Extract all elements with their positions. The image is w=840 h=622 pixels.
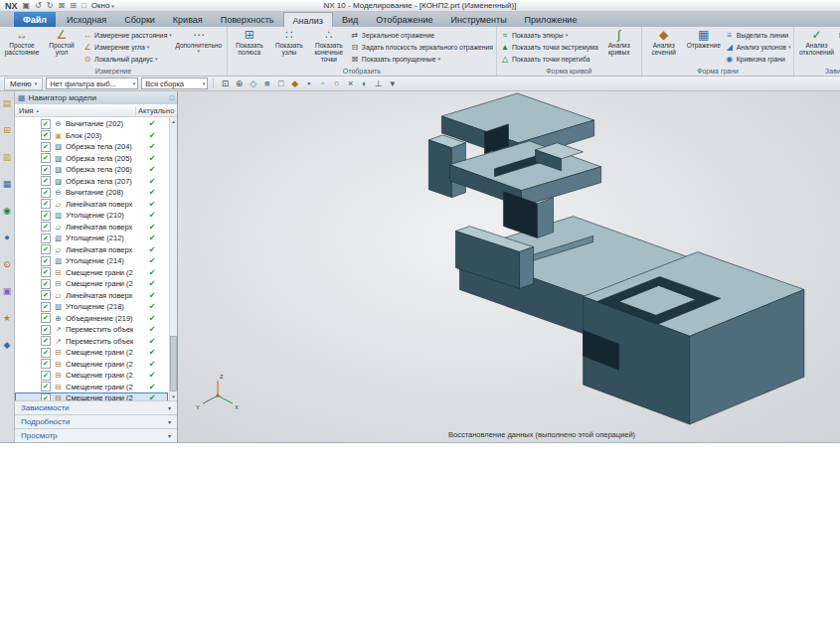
tree-item[interactable]: ✔↗Переместить объект...✔ [15, 336, 168, 348]
checkbox-checked-icon[interactable]: ✔ [41, 233, 51, 243]
section-preview[interactable]: Просмотр▾ [15, 428, 177, 442]
tree-item[interactable]: ✔▱Линейчатая поверх...✔ [15, 199, 168, 211]
process-studio-icon[interactable]: ▣ [3, 287, 12, 296]
undo-icon[interactable]: ↺ [35, 1, 42, 10]
local-radius-button[interactable]: ⊙Локальный радиус▾ [83, 53, 172, 65]
scroll-up-icon[interactable]: ▴ [172, 117, 175, 125]
tab-home[interactable]: Исходная [58, 12, 115, 27]
snap-midpoint-icon[interactable]: ◦ [316, 78, 329, 90]
tree-item[interactable]: ✔▱Линейчатая поверх...✔ [15, 244, 168, 256]
graphics-viewport[interactable]: Z X Y Восстановление данных (выполнено э… [178, 91, 840, 442]
fit-view-icon[interactable]: ⊡ [219, 78, 232, 90]
checkbox-checked-icon[interactable]: ✔ [41, 279, 51, 289]
section-analysis-button[interactable]: ◆Анализ сечений [645, 28, 683, 66]
checkbox-checked-icon[interactable]: ✔ [41, 313, 51, 323]
show-extremum-button[interactable]: ▲Показать точки экстремума [500, 41, 598, 53]
checkbox-checked-icon[interactable]: ✔ [41, 165, 51, 175]
part-navigator-icon[interactable]: ▥ [3, 153, 12, 162]
tree-item[interactable]: ✔⊟Смещение грани (225)✔ [15, 382, 168, 393]
shaded-mode-icon[interactable]: ■ [260, 78, 273, 90]
highlight-lines-button[interactable]: ≡Выделить линии [725, 29, 791, 41]
snap-center-icon[interactable]: ○ [330, 78, 343, 90]
checkbox-checked-icon[interactable]: ✔ [41, 119, 51, 129]
redo-icon[interactable]: ↻ [47, 1, 54, 10]
tree-item[interactable]: ✔▨Обрезка тела (207)✔ [15, 176, 168, 188]
checkbox-checked-icon[interactable]: ✔ [41, 382, 51, 391]
zoom-icon[interactable]: ⊕ [233, 78, 246, 90]
tab-assemblies[interactable]: Сборки [115, 12, 164, 27]
tree-item[interactable]: ✔↗Переместить объект...✔ [15, 324, 168, 336]
tree-item[interactable]: ✔⊟Смещение грани (223)✔ [15, 359, 168, 371]
column-header-status[interactable]: Актуально [135, 106, 177, 115]
checkbox-checked-icon[interactable]: ✔ [41, 393, 51, 400]
simple-distance-button[interactable]: ↔Простое расстояние [3, 28, 41, 66]
column-header-name[interactable]: Имя ▴ [15, 106, 135, 115]
checkbox-checked-icon[interactable]: ✔ [41, 325, 51, 335]
tree-item[interactable]: ✔▨Обрезка тела (205)✔ [15, 153, 168, 165]
paste-icon[interactable]: □ [82, 1, 86, 10]
tree-item[interactable]: ✔⊟Смещение грани (215)✔ [15, 267, 168, 279]
scroll-down-icon[interactable]: ▾ [172, 392, 175, 400]
section-dependencies[interactable]: Зависимости▾ [15, 400, 177, 414]
tree-item[interactable]: ✔⊕Объединение (219)✔ [15, 313, 168, 325]
checkbox-checked-icon[interactable]: ✔ [41, 222, 51, 232]
tree-item[interactable]: ✔⊟Смещение грани (226)✔ [15, 392, 168, 400]
checkbox-checked-icon[interactable]: ✔ [41, 188, 51, 198]
face-curvature-button[interactable]: ◉Кривизна грани [725, 53, 791, 65]
tree-item[interactable]: ✔⊖Вычитание (208)✔ [15, 187, 168, 199]
checkbox-checked-icon[interactable]: ✔ [41, 256, 51, 266]
save-icon[interactable]: ▣ [23, 1, 31, 10]
tab-surface[interactable]: Поверхность [212, 12, 283, 27]
tree-item[interactable]: ✔▨Обрезка тела (204)✔ [15, 141, 168, 153]
tab-analysis[interactable]: Анализ [283, 12, 333, 27]
checkbox-checked-icon[interactable]: ✔ [41, 130, 51, 140]
checkbox-checked-icon[interactable]: ✔ [41, 336, 51, 346]
wireframe-mode-icon[interactable]: □ [274, 78, 287, 90]
show-endpoints-button[interactable]: ∴Показать конечные точки [310, 28, 348, 66]
tree-item[interactable]: ✔▥Утолщение (212)✔ [15, 233, 168, 244]
roles-icon[interactable]: ◆ [4, 341, 11, 350]
section-details[interactable]: Подробности▾ [15, 414, 177, 428]
assembly-navigator-icon[interactable]: ▤ [3, 99, 12, 108]
checkbox-checked-icon[interactable]: ✔ [41, 359, 51, 369]
copy-icon[interactable]: ⊞ [70, 1, 77, 10]
show-plots-button[interactable]: ≈Показать эпюры▾ [500, 29, 598, 41]
cut-icon[interactable]: ⊠ [58, 1, 65, 10]
mirror-plane-button[interactable]: ⊟Задать плоскость зеркального отражения [350, 41, 493, 53]
constraint-navigator-icon[interactable]: ⊞ [3, 126, 11, 135]
tree-item[interactable]: ✔▱Линейчатая поверх...✔ [15, 290, 168, 302]
tree-item[interactable]: ✔⊟Смещение грани (224)✔ [15, 370, 168, 382]
show-nodes-button[interactable]: ∷Показать узлы [270, 28, 308, 66]
tree-item[interactable]: ✔▣Блок (203)✔ [15, 130, 168, 142]
tab-application[interactable]: Приложение [516, 12, 587, 27]
checkbox-checked-icon[interactable]: ✔ [41, 244, 51, 254]
tree-item[interactable]: ✔▥Утолщение (214)✔ [15, 255, 168, 267]
panel-options-icon[interactable]: □ [170, 94, 174, 101]
checkbox-checked-icon[interactable]: ✔ [41, 348, 51, 358]
tab-view[interactable]: Вид [333, 12, 367, 27]
selection-scope-dropdown[interactable]: Вся сборка ▾ [141, 78, 208, 89]
history-icon[interactable]: ⊙ [3, 260, 11, 269]
deviation-analysis-button[interactable]: ✓Анализ отклонений [797, 28, 835, 66]
show-poles-button[interactable]: ⊞Показать полюса [231, 28, 268, 66]
measure-distance-button[interactable]: ↔Измерение расстояния▾ [83, 29, 172, 41]
selection-filter-dropdown[interactable]: Нет фильтра выб... ▾ [46, 78, 138, 89]
show-inflection-button[interactable]: △Показать точки перегиба [500, 53, 598, 65]
tab-render[interactable]: Отображение [367, 12, 441, 27]
snap-endpoint-icon[interactable]: ▪ [302, 78, 315, 90]
curve-analysis-button[interactable]: ∫Анализ кривых [600, 28, 638, 66]
tree-item[interactable]: ✔⊟Смещение грани (222)✔ [15, 347, 168, 359]
hd3d-tools-icon[interactable]: ◉ [3, 207, 11, 216]
checkbox-checked-icon[interactable]: ✔ [41, 267, 51, 277]
checkbox-checked-icon[interactable]: ✔ [41, 290, 51, 300]
checkbox-checked-icon[interactable]: ✔ [41, 199, 51, 209]
scrollbar-thumb[interactable] [170, 336, 177, 391]
tree-item[interactable]: ✔▨Обрезка тела (206)✔ [15, 164, 168, 176]
checkbox-checked-icon[interactable]: ✔ [41, 302, 51, 312]
checkbox-checked-icon[interactable]: ✔ [41, 371, 51, 381]
snap-point-icon[interactable]: ◆ [288, 78, 301, 90]
snap-intersection-icon[interactable]: × [344, 78, 357, 90]
tree-item[interactable]: ✔▥Утолщение (210)✔ [15, 210, 168, 222]
reflection-button[interactable]: ▦Отражение [685, 28, 723, 66]
tree-item[interactable]: ✔▥Утолщение (218)✔ [15, 301, 168, 313]
